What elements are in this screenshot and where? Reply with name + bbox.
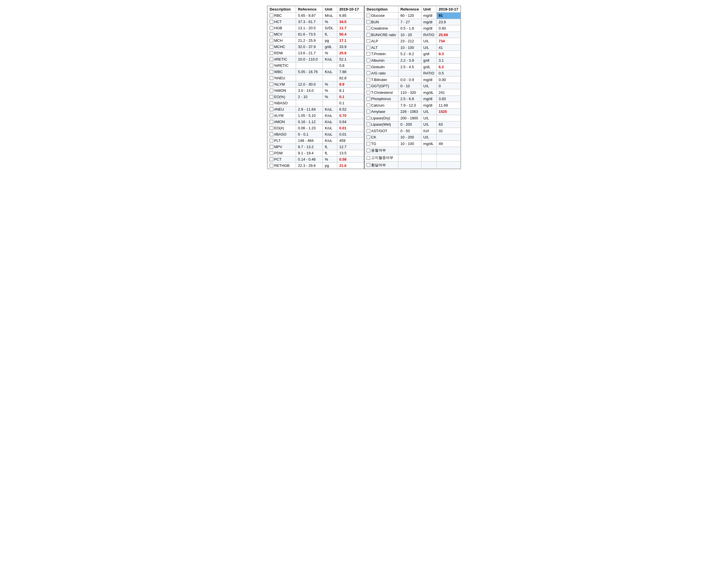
row-label: BUN/CRE ratio <box>371 33 396 37</box>
checkbox[interactable] <box>367 39 370 43</box>
row-label: GGT(GPT) <box>371 84 389 88</box>
table-row-ref: 0 - 10 <box>398 83 421 89</box>
checkbox[interactable] <box>270 26 273 30</box>
checkbox[interactable] <box>270 64 273 67</box>
checkbox[interactable] <box>367 26 370 30</box>
checkbox[interactable] <box>270 139 273 143</box>
table-row-value: 0.00 <box>437 77 460 83</box>
table-row-desc: BUN <box>364 19 398 25</box>
table-row-value: 8.9 <box>337 81 364 88</box>
table-row-value: 0.64 <box>337 119 364 125</box>
table-row-value: 7.88 <box>337 69 364 75</box>
table-row-unit: K/uL <box>323 106 337 113</box>
row-label: RETHGB <box>274 164 289 168</box>
table-row-ref: 37.3 - 61.7 <box>296 19 322 25</box>
row-label: %MON <box>274 88 286 93</box>
row-label: MCHC <box>274 45 285 49</box>
row-label: HGB <box>274 26 282 30</box>
checkbox[interactable] <box>270 108 273 111</box>
table-row-desc: RBC <box>268 13 296 19</box>
checkbox[interactable] <box>367 149 370 152</box>
table-row-unit: U/L <box>421 44 437 51</box>
checkbox[interactable] <box>270 145 273 149</box>
checkbox[interactable] <box>367 156 370 160</box>
checkbox[interactable] <box>270 51 273 55</box>
table-row-unit: M/uL <box>323 13 337 19</box>
checkbox[interactable] <box>367 91 370 94</box>
checkbox[interactable] <box>367 71 370 75</box>
checkbox[interactable] <box>270 39 273 42</box>
checkbox[interactable] <box>367 123 370 126</box>
checkbox[interactable] <box>270 76 273 80</box>
row-label: T.Protein <box>371 52 386 56</box>
row-label: Amylase <box>371 110 385 114</box>
table-row-desc: PDW <box>268 150 296 156</box>
table-row-ref: 2.5 - 6.8 <box>398 96 421 102</box>
table-row-unit: % <box>323 19 337 25</box>
checkbox[interactable] <box>270 126 273 130</box>
row-label: Globulin <box>371 65 385 69</box>
table-row-value: 6.85 <box>337 13 364 19</box>
checkbox[interactable] <box>270 133 273 136</box>
table-row-ref: 60 - 120 <box>398 13 421 19</box>
row-label: 고지혈증여부 <box>371 155 393 160</box>
checkbox[interactable] <box>367 129 370 133</box>
checkbox[interactable] <box>367 135 370 139</box>
table-row-desc: MCH <box>268 38 296 44</box>
row-label: #MON <box>274 120 285 124</box>
checkbox[interactable] <box>270 70 273 74</box>
checkbox[interactable] <box>270 164 273 168</box>
row-label: PLT <box>274 139 281 143</box>
checkbox[interactable] <box>367 142 370 146</box>
table-row-value: 0.8 <box>337 63 364 69</box>
checkbox[interactable] <box>367 20 370 24</box>
table-row-ref: 7 - 27 <box>398 19 421 25</box>
table-row-ref <box>296 75 322 81</box>
checkbox[interactable] <box>270 14 273 17</box>
checkbox[interactable] <box>270 158 273 161</box>
checkbox[interactable] <box>367 163 370 167</box>
checkbox[interactable] <box>270 82 273 86</box>
table-row-desc: %LYM <box>268 81 296 88</box>
checkbox[interactable] <box>270 101 273 105</box>
table-row-unit: U/L <box>421 83 437 89</box>
checkbox[interactable] <box>367 78 370 82</box>
row-label: 황달여부 <box>371 163 386 168</box>
checkbox[interactable] <box>367 59 370 62</box>
checkbox[interactable] <box>367 97 370 101</box>
checkbox[interactable] <box>367 116 370 120</box>
checkbox[interactable] <box>367 104 370 107</box>
checkbox[interactable] <box>270 120 273 124</box>
checkbox[interactable] <box>270 95 273 99</box>
checkbox[interactable] <box>270 45 273 49</box>
checkbox[interactable] <box>367 46 370 49</box>
checkbox[interactable] <box>270 114 273 117</box>
checkbox[interactable] <box>367 65 370 69</box>
checkbox[interactable] <box>367 110 370 113</box>
table-row-ref: 0.0 - 0.9 <box>398 77 421 83</box>
checkbox[interactable] <box>367 33 370 37</box>
checkbox[interactable] <box>270 32 273 36</box>
table-row-value: 6.2 <box>437 64 460 70</box>
table-row-desc: Creatinine <box>364 25 398 32</box>
checkbox[interactable] <box>270 20 273 24</box>
checkbox[interactable] <box>367 52 370 56</box>
table-row-unit: U/L <box>421 38 437 45</box>
checkbox[interactable] <box>270 57 273 61</box>
table-row-ref: 3.0 - 14.0 <box>296 88 322 94</box>
checkbox[interactable] <box>270 151 273 155</box>
checkbox[interactable] <box>270 89 273 92</box>
checkbox[interactable] <box>367 14 370 17</box>
row-label: %NEU <box>274 76 285 80</box>
checkbox[interactable] <box>367 84 370 88</box>
table-row-desc: Calcium <box>364 102 398 109</box>
left-header-reference: Reference <box>296 6 322 13</box>
table-row-value: 63 <box>437 121 460 128</box>
table-row-ref: 32.0 - 37.9 <box>296 44 322 50</box>
row-label: %RETIC <box>274 63 289 68</box>
table-row-ref: 200 - 1800 <box>398 115 421 121</box>
row-label: ALT <box>371 46 378 50</box>
table-row-value: 9.3 <box>437 51 460 57</box>
table-row-value: 734 <box>437 38 460 45</box>
table-row-value: 17.1 <box>337 38 364 44</box>
